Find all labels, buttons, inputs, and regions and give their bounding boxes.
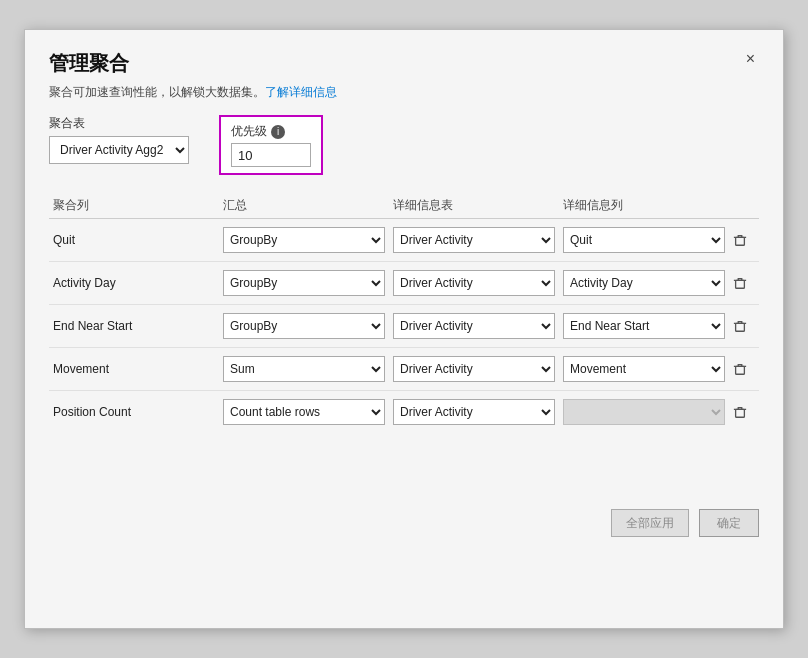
detail-table-select[interactable]: Driver Activity bbox=[393, 227, 555, 253]
delete-cell bbox=[729, 362, 759, 376]
svg-rect-0 bbox=[736, 237, 745, 245]
learn-more-link[interactable]: 了解详细信息 bbox=[265, 85, 337, 99]
agg-col-label: End Near Start bbox=[49, 319, 219, 333]
detail-table-cell: Driver Activity bbox=[389, 356, 559, 382]
summary-select[interactable]: GroupBySumCount table rowsMinMaxAverage bbox=[223, 399, 385, 425]
detail-table-select[interactable]: Driver Activity bbox=[393, 270, 555, 296]
dialog-footer: 全部应用 确定 bbox=[25, 493, 783, 557]
summary-cell: GroupBySumCount table rowsMinMaxAverage bbox=[219, 270, 389, 296]
table-header-row: 聚合列 汇总 详细信息表 详细信息列 bbox=[49, 191, 759, 219]
detail-col-select[interactable]: Activity Day bbox=[563, 270, 725, 296]
header-agg-col: 聚合列 bbox=[49, 197, 219, 214]
apply-all-button[interactable]: 全部应用 bbox=[611, 509, 689, 537]
table-row: Activity DayGroupBySumCount table rowsMi… bbox=[49, 262, 759, 305]
delete-cell bbox=[729, 319, 759, 333]
detail-table-cell: Driver Activity bbox=[389, 270, 559, 296]
table-row: MovementGroupBySumCount table rowsMinMax… bbox=[49, 348, 759, 391]
table-section: 聚合列 汇总 详细信息表 详细信息列 QuitGroupBySumCount t… bbox=[25, 191, 783, 433]
delete-cell bbox=[729, 405, 759, 419]
header-detail-table: 详细信息表 bbox=[389, 197, 559, 214]
svg-rect-1 bbox=[736, 280, 745, 288]
summary-cell: GroupBySumCount table rowsMinMaxAverage bbox=[219, 356, 389, 382]
detail-col-select[interactable]: Quit bbox=[563, 227, 725, 253]
summary-select[interactable]: GroupBySumCount table rowsMinMaxAverage bbox=[223, 356, 385, 382]
header-actions bbox=[729, 197, 759, 214]
detail-col-cell: Activity Day bbox=[559, 270, 729, 296]
description-text: 聚合可加速查询性能，以解锁大数据集。 bbox=[49, 85, 265, 99]
delete-row-button[interactable] bbox=[733, 319, 747, 333]
priority-label: 优先级 bbox=[231, 123, 267, 140]
priority-label-row: 优先级 i bbox=[231, 123, 311, 140]
svg-rect-2 bbox=[736, 323, 745, 331]
table-row: QuitGroupBySumCount table rowsMinMaxAver… bbox=[49, 219, 759, 262]
detail-col-select bbox=[563, 399, 725, 425]
summary-cell: GroupBySumCount table rowsMinMaxAverage bbox=[219, 313, 389, 339]
table-row: Position CountGroupBySumCount table rows… bbox=[49, 391, 759, 433]
detail-col-cell: Movement bbox=[559, 356, 729, 382]
header-summary: 汇总 bbox=[219, 197, 389, 214]
svg-rect-3 bbox=[736, 366, 745, 374]
priority-box: 优先级 i bbox=[219, 115, 323, 175]
table-body: QuitGroupBySumCount table rowsMinMaxAver… bbox=[49, 219, 759, 433]
agg-col-label: Quit bbox=[49, 233, 219, 247]
delete-cell bbox=[729, 276, 759, 290]
delete-row-button[interactable] bbox=[733, 362, 747, 376]
detail-table-cell: Driver Activity bbox=[389, 399, 559, 425]
priority-input[interactable] bbox=[231, 143, 311, 167]
summary-select[interactable]: GroupBySumCount table rowsMinMaxAverage bbox=[223, 313, 385, 339]
summary-select[interactable]: GroupBySumCount table rowsMinMaxAverage bbox=[223, 227, 385, 253]
dialog-description: 聚合可加速查询性能，以解锁大数据集。了解详细信息 bbox=[25, 77, 783, 101]
summary-cell: GroupBySumCount table rowsMinMaxAverage bbox=[219, 227, 389, 253]
manage-aggregation-dialog: 管理聚合 × 聚合可加速查询性能，以解锁大数据集。了解详细信息 聚合表 Driv… bbox=[24, 29, 784, 629]
top-controls: 聚合表 Driver Activity Agg2 优先级 i bbox=[25, 101, 783, 175]
close-button[interactable]: × bbox=[742, 50, 759, 68]
dialog-header: 管理聚合 × bbox=[25, 30, 783, 77]
detail-table-cell: Driver Activity bbox=[389, 313, 559, 339]
delete-row-button[interactable] bbox=[733, 405, 747, 419]
detail-col-select[interactable]: End Near Start bbox=[563, 313, 725, 339]
dialog-title: 管理聚合 bbox=[49, 50, 129, 77]
summary-cell: GroupBySumCount table rowsMinMaxAverage bbox=[219, 399, 389, 425]
svg-rect-4 bbox=[736, 409, 745, 417]
agg-col-label: Movement bbox=[49, 362, 219, 376]
agg-table-group: 聚合表 Driver Activity Agg2 bbox=[49, 115, 189, 164]
header-detail-col: 详细信息列 bbox=[559, 197, 729, 214]
ok-button[interactable]: 确定 bbox=[699, 509, 759, 537]
detail-table-select[interactable]: Driver Activity bbox=[393, 399, 555, 425]
detail-col-cell: Quit bbox=[559, 227, 729, 253]
delete-row-button[interactable] bbox=[733, 276, 747, 290]
detail-col-cell bbox=[559, 399, 729, 425]
agg-col-label: Position Count bbox=[49, 405, 219, 419]
detail-table-select[interactable]: Driver Activity bbox=[393, 313, 555, 339]
detail-table-cell: Driver Activity bbox=[389, 227, 559, 253]
detail-table-select[interactable]: Driver Activity bbox=[393, 356, 555, 382]
agg-table-select[interactable]: Driver Activity Agg2 bbox=[49, 136, 189, 164]
summary-select[interactable]: GroupBySumCount table rowsMinMaxAverage bbox=[223, 270, 385, 296]
table-row: End Near StartGroupBySumCount table rows… bbox=[49, 305, 759, 348]
agg-col-label: Activity Day bbox=[49, 276, 219, 290]
detail-col-select[interactable]: Movement bbox=[563, 356, 725, 382]
detail-col-cell: End Near Start bbox=[559, 313, 729, 339]
priority-info-icon[interactable]: i bbox=[271, 125, 285, 139]
delete-cell bbox=[729, 233, 759, 247]
delete-row-button[interactable] bbox=[733, 233, 747, 247]
agg-table-label: 聚合表 bbox=[49, 115, 189, 132]
